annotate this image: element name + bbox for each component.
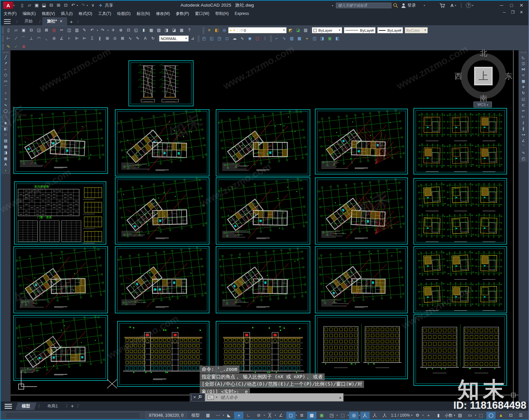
edit-xref-icon[interactable]: ◨ <box>318 35 326 42</box>
share-label[interactable]: 共享 <box>105 3 113 8</box>
open-file-icon[interactable]: ▱ <box>26 2 33 9</box>
make-block-icon[interactable]: ◧ <box>2 126 9 132</box>
menu-9[interactable]: 参数(P) <box>173 10 192 17</box>
dim-textedit-icon[interactable]: A <box>142 35 149 42</box>
edit-attr-icon[interactable]: ＋ <box>303 35 311 42</box>
edit-text-icon[interactable]: ◧ <box>334 35 341 42</box>
wipeout-icon[interactable]: ◻ <box>223 35 231 42</box>
compass-cube[interactable]: 上 <box>474 67 493 85</box>
menu-7[interactable]: 标注(N) <box>134 10 153 17</box>
zoom-win-icon[interactable]: ⊡ <box>125 27 132 34</box>
polar-icon[interactable]: ⊘ <box>254 412 263 419</box>
dim-baseline-icon[interactable]: ⊫ <box>73 35 81 42</box>
polyline-icon[interactable]: ⌐ <box>2 66 9 72</box>
otrack-icon[interactable]: ▢ <box>286 412 296 419</box>
doc-close-button[interactable]: ✕ <box>517 10 526 15</box>
edit-array-icon[interactable]: ▦ <box>296 35 303 42</box>
menu-5[interactable]: 工具(T) <box>95 10 114 17</box>
plot-icon[interactable]: ⊟ <box>27 27 35 34</box>
rectangle-icon[interactable]: ▭ <box>2 78 9 84</box>
erase-icon[interactable]: ◺ <box>520 54 527 60</box>
menu-10[interactable]: 窗口(W) <box>192 10 212 17</box>
wcs-dropdown[interactable]: WCS ▾ <box>473 102 492 107</box>
matchprop-icon[interactable]: ✎ <box>81 27 88 34</box>
region-icon[interactable]: ◉ <box>246 35 254 42</box>
lockui-icon[interactable]: ▭ <box>465 412 474 419</box>
trace-icon[interactable]: ≣ <box>20 43 27 50</box>
arc-icon[interactable]: ⌒ <box>2 84 9 90</box>
cut-icon[interactable]: ✂ <box>58 27 65 34</box>
dim-break-icon[interactable]: ∦ <box>96 35 103 42</box>
quickprops-icon[interactable]: ▤ <box>455 412 465 419</box>
osnap-icon[interactable]: ╳ <box>265 412 274 419</box>
search-input[interactable]: 键入关键字或短语 <box>336 3 391 8</box>
menu-6[interactable]: 绘图(D) <box>114 10 134 17</box>
maximize-button[interactable]: □ <box>507 3 516 8</box>
command-close-icon[interactable]: ✕ <box>193 395 196 399</box>
plotstyle-combo[interactable]: ByColor▼ <box>405 27 428 33</box>
menu-1[interactable]: 编辑(E) <box>20 10 39 17</box>
new-tab-button[interactable]: + <box>70 19 73 24</box>
pdf-icon[interactable]: ▤ <box>50 27 58 34</box>
annvis1-icon[interactable]: 人 <box>360 412 370 419</box>
redo-icon[interactable]: ↷ <box>99 27 106 34</box>
ray-icon[interactable]: ↗ <box>2 60 9 66</box>
compass-west[interactable]: 西 <box>455 71 462 81</box>
draworder-front-icon[interactable]: ◰ <box>200 35 208 42</box>
extend-icon[interactable]: ⊢ <box>520 114 527 120</box>
infer-icon[interactable]: ◣ <box>224 412 233 419</box>
line-icon[interactable]: ╱ <box>2 54 9 60</box>
redo-dd-icon[interactable]: ▾ <box>106 27 109 34</box>
autodesk-caret-icon[interactable]: ▾ <box>455 4 458 7</box>
copy-icon[interactable]: ◫ <box>520 60 527 66</box>
help-caret-icon[interactable]: ▾ <box>472 4 475 7</box>
search-collapse-icon[interactable]: ▸ <box>332 4 335 7</box>
pan-icon[interactable]: ✛ <box>109 27 117 34</box>
app-logo-icon[interactable]: A <box>3 2 13 9</box>
measure-icon[interactable]: ⬚ <box>476 412 486 419</box>
redo-icon[interactable]: ↷ <box>79 2 87 9</box>
annvis2-icon[interactable]: 人 <box>370 412 380 419</box>
fillet-icon[interactable]: ⌒ <box>520 144 527 149</box>
undo-icon[interactable]: ↶ <box>88 27 96 34</box>
login-label[interactable]: 登录 <box>407 3 416 8</box>
undo-dd-icon[interactable]: ▾ <box>96 27 99 34</box>
fullscreen-icon[interactable]: ⊡ <box>506 412 515 419</box>
table-icon[interactable]: ▦ <box>2 155 9 161</box>
edit-spline-icon[interactable]: ∿ <box>280 35 288 42</box>
mirror-icon[interactable]: ⋈ <box>520 66 527 72</box>
text-icon[interactable]: A <box>2 161 9 167</box>
chamfer-icon[interactable]: ∠ <box>520 138 527 144</box>
dynucs-icon[interactable]: ≣ <box>297 412 306 419</box>
dim-jogged-icon[interactable]: ◟ <box>43 35 50 42</box>
paste-icon[interactable]: ▥ <box>73 27 81 34</box>
plot-icon[interactable]: ⊟ <box>48 2 55 9</box>
markup-icon[interactable]: ◪ <box>170 27 178 34</box>
annauto-icon[interactable]: 人 <box>380 412 389 419</box>
viewport-icon[interactable]: ⬚ <box>338 412 347 419</box>
props-icon[interactable]: ▮ <box>140 27 147 34</box>
trim-icon[interactable]: ✂ <box>520 108 527 114</box>
cleanscreen-icon[interactable]: ＋ <box>424 412 433 419</box>
tab-close-icon[interactable]: ✕ <box>60 19 62 23</box>
dwg-history-icon[interactable]: ✓ <box>12 43 20 50</box>
edit-hatch-icon[interactable]: ▨ <box>288 35 296 42</box>
insert-block-icon[interactable]: ◈ <box>2 120 9 126</box>
spline-icon[interactable]: ∿ <box>2 102 9 108</box>
ellipse-arc-icon[interactable]: ◌ <box>2 114 9 120</box>
preview-icon[interactable]: ◲ <box>35 27 43 34</box>
circle-icon[interactable]: ○ <box>2 90 9 96</box>
lineweight2-icon[interactable]: ∠ <box>276 412 286 419</box>
dim-aligned-icon[interactable]: ⟋ <box>12 35 20 42</box>
center-mark-icon[interactable]: ⊙ <box>111 35 119 42</box>
customize-icon[interactable]: ☰ <box>516 412 525 419</box>
batch-plot-icon[interactable]: ⊞ <box>55 2 62 9</box>
tab-start[interactable]: 开始 <box>20 17 37 25</box>
dim-edit-icon[interactable]: ✎ <box>134 35 142 42</box>
units-label[interactable]: 小数 <box>443 413 454 418</box>
close-button[interactable]: ✕ <box>516 3 526 8</box>
blend-icon[interactable]: ∿ <box>520 149 527 155</box>
tab-document[interactable]: 旅社*✕ <box>42 17 67 25</box>
help-icon[interactable]: ? <box>185 27 193 34</box>
image-icon[interactable]: ◨ <box>2 149 9 155</box>
